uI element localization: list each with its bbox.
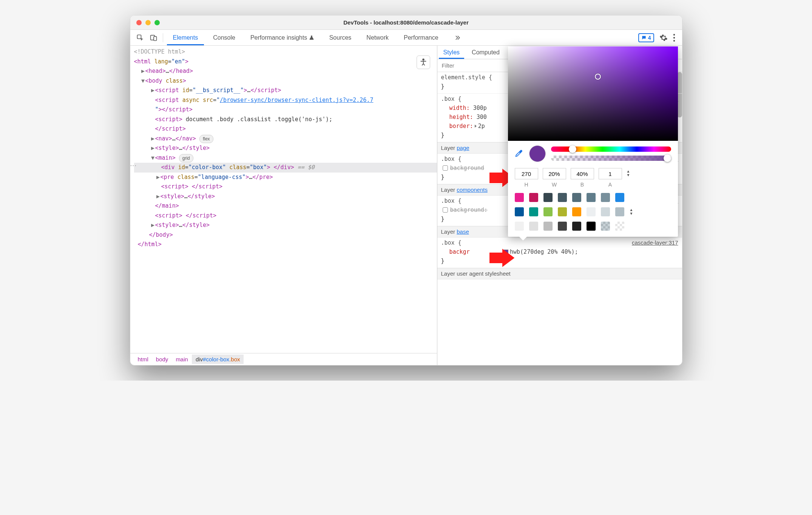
crumb[interactable]: html [134,355,152,364]
dom-line[interactable]: ▶<head>…</head> [134,66,437,76]
dom-line[interactable]: ▼<main> grid [134,153,437,163]
display-badge[interactable]: grid [179,154,193,162]
dom-line[interactable]: ▶<style>…</style> [134,143,437,153]
palette-swatch[interactable] [529,193,538,202]
palette-swatch[interactable] [572,222,581,231]
palette-swatch[interactable] [515,222,524,231]
accessibility-icon[interactable] [417,56,430,69]
dom-line[interactable]: </body> [134,230,437,240]
color-picker: H W B A ▲▼ ▲▼ [508,46,678,237]
crumb[interactable]: main [172,355,192,364]
annotation-arrow-icon [489,249,514,267]
tab-performance[interactable]: Performance [396,30,446,45]
palette-swatch[interactable] [587,222,596,231]
display-badge[interactable]: flex [199,135,213,143]
tab-network[interactable]: Network [359,30,396,45]
property-toggle[interactable] [443,207,448,213]
palette-swatch[interactable] [543,207,553,216]
palette-swatch[interactable] [587,193,596,202]
layer-link[interactable]: components [457,187,488,193]
palette-swatch[interactable] [558,193,567,202]
minimize-dot-icon[interactable] [145,20,151,25]
palette-swatch[interactable] [529,207,538,216]
dom-line[interactable]: <script async src="/browser-sync/browser… [134,96,437,105]
styles-filter-input[interactable] [437,62,502,69]
palette-swatch[interactable] [529,222,538,231]
tab-sources[interactable]: Sources [322,30,359,45]
device-toggle-icon[interactable] [147,32,161,43]
close-dot-icon[interactable] [136,20,142,25]
palette-swatch[interactable] [601,207,610,216]
property-toggle[interactable] [443,165,448,171]
crumb[interactable]: body [152,355,172,364]
dom-line[interactable]: </script> [134,124,437,134]
settings-icon[interactable] [659,34,668,42]
rule-box-base[interactable]: cascade-layer:317 .box { backgr hwb(270d… [437,237,682,268]
dom-line[interactable]: ▼<body class> [134,76,437,86]
inspect-icon[interactable] [133,32,147,43]
titlebar: DevTools - localhost:8080/demo/cascade-l… [130,15,682,30]
svg-point-3 [673,34,675,35]
palette-swatch[interactable] [615,222,624,231]
dom-line[interactable]: ▶<script id="__bs_script__">…</script> [134,86,437,96]
layer-link[interactable]: page [457,145,469,151]
dom-line[interactable]: <html lang="en"> [134,57,437,67]
devtools-window: DevTools - localhost:8080/demo/cascade-l… [130,15,682,365]
dom-line[interactable]: ▶<pre class="language-css">…</pre> [134,173,437,182]
tab-computed[interactable]: Computed [466,46,506,59]
palette-swatch[interactable] [601,193,610,202]
tab-elements[interactable]: Elements [165,30,206,45]
palette-toggle-icon[interactable]: ▲▼ [630,193,633,231]
overflow-tabs-icon[interactable] [446,30,469,45]
dom-selected[interactable]: <div id="color-box" class="box"> </div> … [134,163,437,173]
palette-swatch[interactable] [587,207,596,216]
dom-line[interactable]: ▶<style>…</style> [134,192,437,202]
dom-tree[interactable]: <!DOCTYPE html> <html lang="en"> ▶<head>… [130,46,437,353]
dom-line[interactable]: ▶<nav>…</nav> flex [134,134,437,144]
tab-performance-insights[interactable]: Performance insights [243,30,322,45]
spectrum-cursor-icon[interactable] [595,74,601,80]
palette-swatch[interactable] [601,222,610,231]
comp-a-input[interactable] [599,168,622,179]
slider-thumb[interactable] [664,154,671,162]
palette-swatch[interactable] [615,193,624,202]
spectrum-field[interactable] [508,46,678,141]
zoom-dot-icon[interactable] [154,20,160,25]
palette-swatch[interactable] [543,222,553,231]
comp-h-input[interactable] [515,168,538,179]
dom-line[interactable]: <script> </script> [134,182,437,192]
slider-thumb[interactable] [569,145,576,153]
palette-swatch[interactable] [572,207,581,216]
dom-line[interactable]: </html> [134,240,437,250]
swatch-palette: ▲▼ [508,189,678,237]
eyedropper-icon[interactable] [515,149,524,158]
breadcrumbs[interactable]: html body main div#color-box.box [130,353,437,365]
messages-badge[interactable]: 4 [638,33,654,42]
palette-swatch[interactable] [558,207,567,216]
crumb[interactable]: div#color-box.box [192,355,244,364]
dom-line[interactable]: "></script> [134,105,437,115]
dom-line[interactable]: ▶<style>…</style> [134,220,437,230]
format-toggle-icon[interactable]: ▲▼ [627,168,630,177]
palette-swatch[interactable] [515,193,524,202]
comp-b-input[interactable] [571,168,594,179]
dom-line[interactable]: <script> </script> [134,211,437,221]
menu-icon[interactable] [673,34,675,42]
tab-styles[interactable]: Styles [437,46,466,59]
current-color[interactable] [529,145,546,162]
palette-swatch[interactable] [615,207,624,216]
tab-console[interactable]: Console [205,30,243,45]
dom-line[interactable]: </main> [134,201,437,211]
palette-swatch[interactable] [558,222,567,231]
source-link[interactable]: cascade-layer:317 [632,238,678,247]
alpha-slider[interactable] [551,156,671,161]
palette-swatch[interactable] [515,207,524,216]
comp-w-input[interactable] [543,168,566,179]
palette-swatch[interactable] [543,193,553,202]
dom-line[interactable]: <!DOCTYPE html> [134,47,437,57]
layer-link[interactable]: base [457,228,469,235]
window-controls[interactable] [130,20,160,25]
palette-swatch[interactable] [572,193,581,202]
hue-slider[interactable] [551,146,671,152]
dom-line[interactable]: <script> document .body .classList .togg… [134,115,437,125]
